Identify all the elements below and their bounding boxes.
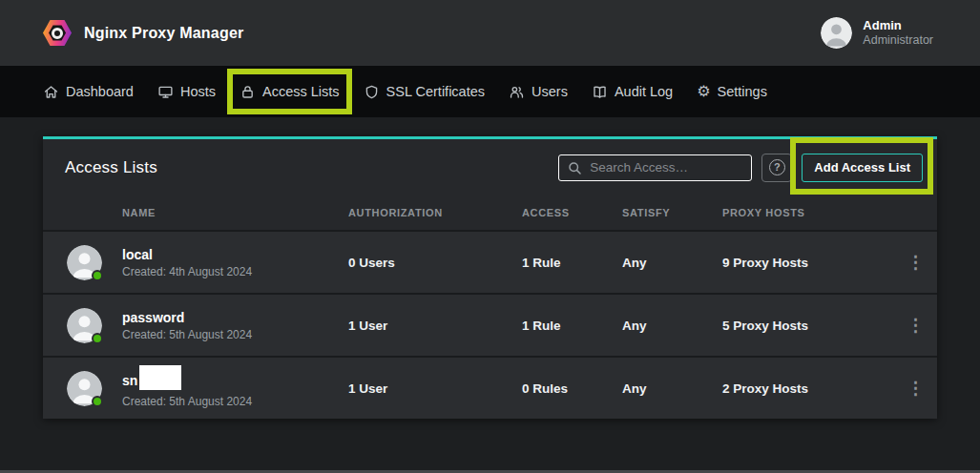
main-nav: Dashboard Hosts Access Lists SSL Certifi… (0, 66, 980, 117)
access-list-avatar (67, 371, 102, 406)
nav-item-ssl-certificates[interactable]: SSL Certificates (364, 84, 485, 100)
authorization-cell: 1 User (348, 381, 522, 396)
access-cell: 0 Rules (522, 381, 622, 396)
nav-item-dashboard[interactable]: Dashboard (43, 84, 134, 100)
add-button-wrap: Add Access List (802, 154, 923, 182)
access-list-name: password (122, 309, 348, 326)
nav-item-audit-log[interactable]: Audit Log (592, 84, 673, 100)
user-menu[interactable]: Admin Administrator (821, 17, 933, 49)
authorization-cell: 1 User (348, 319, 522, 333)
access-cell: 1 Rule (522, 256, 622, 270)
panel-controls: ? Add Access List (558, 154, 923, 182)
status-dot (92, 396, 103, 407)
row-actions-menu-icon[interactable]: ⋮ (902, 254, 930, 271)
nav-label: Access Lists (262, 84, 340, 99)
table-row-redacted[interactable]: sn Created: 5th August 2024 1 User 0 Rul… (43, 356, 937, 419)
status-dot (92, 270, 103, 281)
users-icon (509, 84, 525, 100)
proxy-hosts-cell: 2 Proxy Hosts (722, 381, 894, 396)
nav-item-settings[interactable]: ⚙ Settings (697, 84, 767, 99)
access-list-name: local (122, 246, 348, 263)
row-actions-menu-icon[interactable]: ⋮ (902, 380, 930, 397)
access-cell: 1 Rule (522, 319, 622, 333)
row-actions-menu-icon[interactable]: ⋮ (902, 317, 930, 334)
panel-header: Access Lists ? Add Access List (43, 139, 937, 195)
status-dot (92, 333, 103, 344)
nav-item-users[interactable]: Users (509, 84, 568, 100)
nav-label: SSL Certificates (386, 84, 485, 99)
column-header-authorization: AUTHORIZATION (348, 207, 522, 218)
nav-label: Audit Log (615, 84, 673, 99)
app-logo-icon[interactable] (43, 19, 72, 48)
nav-item-hosts[interactable]: Hosts (157, 84, 216, 100)
proxy-hosts-cell: 5 Proxy Hosts (722, 319, 894, 333)
redaction-box (139, 365, 181, 390)
satisfy-cell: Any (622, 381, 722, 396)
table-row-password[interactable]: password Created: 5th August 2024 1 User… (43, 293, 937, 356)
book-icon (592, 84, 608, 100)
help-button[interactable]: ? (761, 154, 792, 182)
column-header-name: NAME (122, 207, 348, 218)
access-list-avatar (67, 245, 102, 280)
authorization-cell: 0 Users (348, 256, 522, 270)
panel-title: Access Lists (65, 158, 157, 177)
screen: Nginx Proxy Manager Admin Administrator … (0, 0, 980, 473)
user-text: Admin Administrator (863, 18, 933, 49)
satisfy-cell: Any (622, 256, 722, 270)
shield-icon (364, 84, 380, 100)
brand: Nginx Proxy Manager (43, 19, 243, 48)
home-icon (43, 84, 59, 100)
access-list-avatar (67, 308, 102, 343)
table-header: NAME AUTHORIZATION ACCESS SATISFY PROXY … (43, 195, 937, 230)
column-header-satisfy: SATISFY (622, 207, 722, 218)
column-header-access: ACCESS (522, 207, 622, 218)
nav-label: Settings (718, 84, 767, 99)
user-role: Administrator (863, 33, 933, 49)
access-list-name: sn (122, 368, 348, 393)
lock-icon (240, 84, 256, 100)
proxy-hosts-cell: 9 Proxy Hosts (722, 256, 894, 270)
nav-item-access-lists[interactable]: Access Lists (240, 84, 340, 100)
app-header: Nginx Proxy Manager Admin Administrator (0, 0, 980, 66)
gear-icon: ⚙ (697, 84, 710, 99)
monitor-icon (157, 84, 174, 100)
nav-label: Hosts (180, 84, 216, 99)
help-icon: ? (769, 159, 785, 175)
access-list-created: Created: 4th August 2024 (122, 265, 348, 278)
table-row-local[interactable]: local Created: 4th August 2024 0 Users 1… (43, 230, 937, 293)
add-access-list-button[interactable]: Add Access List (802, 154, 923, 182)
access-list-created: Created: 5th August 2024 (122, 395, 348, 408)
app-title: Nginx Proxy Manager (84, 25, 243, 42)
nav-label: Users (532, 84, 568, 99)
search-box (558, 154, 752, 181)
user-avatar (821, 17, 852, 49)
satisfy-cell: Any (622, 319, 722, 333)
column-header-proxy-hosts: PROXY HOSTS (722, 207, 894, 218)
nav-label: Dashboard (66, 84, 134, 99)
access-lists-panel: Access Lists ? Add Access List NAME AUTH… (43, 136, 937, 419)
access-list-created: Created: 5th August 2024 (122, 328, 348, 341)
search-input[interactable] (558, 154, 752, 181)
user-name: Admin (863, 18, 933, 33)
